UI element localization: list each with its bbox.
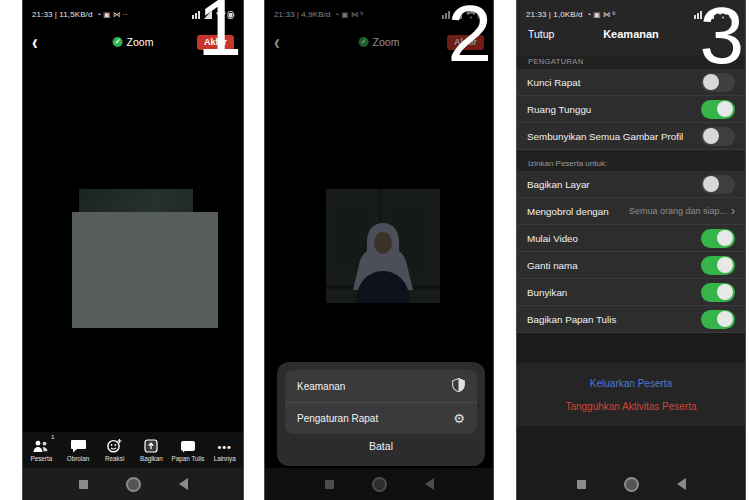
cancel-button[interactable]: Batal (277, 440, 485, 452)
toolbar-item-chat[interactable]: Obrolan (60, 438, 97, 462)
close-button[interactable]: Tutup (528, 28, 554, 40)
setting-label: Ganti nama (527, 260, 578, 271)
participants-icon: 1 (33, 438, 49, 453)
setting-row-unmute: Bunyikan (517, 279, 745, 306)
gear-icon: ⚙ (453, 412, 465, 425)
share-screen-icon (144, 438, 158, 453)
privacy-censor-box (72, 212, 218, 328)
back-icon[interactable]: ‹ (32, 31, 38, 53)
setting-row-share-whiteboard: Bagikan Papan Tulis (517, 306, 745, 333)
setting-label: Mengobrol dengan (527, 206, 609, 217)
screenshot-panel-3: 21:33 | 1,0KB/d ◔ ▣ ⋈ ᵇ (517, 0, 745, 500)
setting-row-chat-with[interactable]: Mengobrol dengan Semua orang dan siap...… (517, 198, 745, 225)
rename-toggle[interactable] (701, 256, 735, 275)
home-icon[interactable] (624, 477, 639, 492)
setting-label: Kunci Rapat (527, 77, 580, 88)
page-title: Keamanan (603, 28, 659, 40)
home-icon[interactable] (126, 477, 141, 492)
menu-item-label: Pengaturan Rapat (297, 413, 378, 424)
step-number: 2 (448, 0, 493, 74)
zoom-badge-label: Zoom (127, 36, 154, 48)
setting-row-start-video: Mulai Video (517, 225, 745, 252)
share-whiteboard-toggle[interactable] (701, 310, 735, 329)
section-header-allow-participants: Izinkan Peserta untuk: (517, 150, 745, 171)
toolbar-label: Obrolan (67, 455, 89, 462)
android-nav-bar (23, 468, 243, 500)
setting-label: Bagikan Papan Tulis (527, 314, 616, 325)
step-number: 1 (198, 0, 243, 68)
section-spacer (517, 333, 745, 363)
suspend-activities-link[interactable]: Tangguhkan Aktivitas Peserta (565, 401, 696, 412)
chevron-right-icon: › (731, 205, 735, 217)
tutorial-collage: 21:33 | 11,5KB/d ◔ ▣ ⋈ ·· ‹ (0, 0, 750, 500)
whiteboard-icon (180, 438, 196, 453)
remove-participant-link[interactable]: Keluarkan Peserta (590, 378, 672, 389)
chat-icon (71, 438, 86, 453)
start-video-toggle[interactable] (701, 229, 735, 248)
sheet-menu-card: Keamanan Pengaturan Rapat ⚙ (285, 370, 477, 434)
recents-icon[interactable] (577, 480, 586, 489)
share-screen-toggle[interactable] (701, 175, 735, 194)
menu-item-security[interactable]: Keamanan (285, 370, 477, 402)
status-notification-icons: ◔ ▣ ⋈ ᵇ (587, 10, 616, 19)
waiting-room-toggle[interactable] (701, 100, 735, 119)
toolbar-label: Papan Tulis (172, 455, 205, 462)
toolbar-item-participants[interactable]: 1 Peserta (23, 438, 60, 462)
recents-icon[interactable] (79, 480, 88, 489)
screenshot-panel-1: 21:33 | 11,5KB/d ◔ ▣ ⋈ ·· ‹ (23, 0, 243, 500)
actions-section: Keluarkan Peserta Tangguhkan Aktivitas P… (517, 363, 745, 426)
setting-label: Bagikan Layar (527, 179, 590, 190)
back-nav-icon[interactable] (179, 478, 188, 490)
menu-item-label: Keamanan (297, 381, 345, 392)
toolbar-item-share[interactable]: Bagikan (133, 438, 170, 462)
toolbar-item-whiteboard[interactable]: Papan Tulis (170, 438, 207, 462)
toolbar-label: Peserta (30, 455, 52, 462)
setting-row-hide-profile-pictures: Sembunyikan Semua Gambar Profil (517, 123, 745, 150)
toolbar-item-reactions[interactable]: Reaksi (96, 438, 133, 462)
status-time-data: 21:33 | 1,0KB/d (526, 10, 583, 19)
toolbar-label: Reaksi (105, 455, 124, 462)
meeting-options-sheet: Keamanan Pengaturan Rapat ⚙ Batal (277, 362, 485, 466)
meeting-toolbar: 1 Peserta Obrolan (23, 432, 243, 468)
more-dots-icon: ••• (217, 438, 232, 453)
status-notification-icons: ◔ ▣ ⋈ ·· (96, 10, 127, 19)
android-nav-bar (517, 468, 745, 500)
toolbar-item-more[interactable]: ••• Lainnya (206, 438, 243, 462)
toolbar-label: Bagikan (140, 455, 163, 462)
setting-label: Sembunyikan Semua Gambar Profil (527, 131, 683, 142)
participants-count-badge: 1 (51, 434, 54, 440)
toolbar-label: Lainnya (214, 455, 236, 462)
zoom-secure-badge: ✓ Zoom (113, 36, 154, 48)
menu-item-meeting-settings[interactable]: Pengaturan Rapat ⚙ (285, 402, 477, 434)
unmute-toggle[interactable] (701, 283, 735, 302)
status-time-data: 21:33 | 11,5KB/d (32, 10, 92, 19)
shield-icon (452, 378, 465, 394)
setting-label: Bunyikan (527, 287, 567, 298)
setting-label: Ruang Tunggu (527, 104, 591, 115)
hide-profile-pictures-toggle[interactable] (701, 127, 735, 146)
back-nav-icon[interactable] (677, 478, 686, 490)
step-number: 3 (700, 0, 745, 76)
setting-row-rename: Ganti nama (517, 252, 745, 279)
shield-check-icon: ✓ (113, 37, 123, 47)
reaction-smiley-icon (107, 438, 122, 453)
setting-row-waiting-room: Ruang Tunggu (517, 96, 745, 123)
chat-with-value: Semua orang dan siap... (629, 206, 727, 216)
setting-label: Mulai Video (527, 233, 578, 244)
setting-row-share-screen: Bagikan Layar (517, 171, 745, 198)
screenshot-panel-2: 21:33 | 4,9KB/d ◔ ▣ ⋈ ᵇ ‹ (265, 0, 493, 500)
